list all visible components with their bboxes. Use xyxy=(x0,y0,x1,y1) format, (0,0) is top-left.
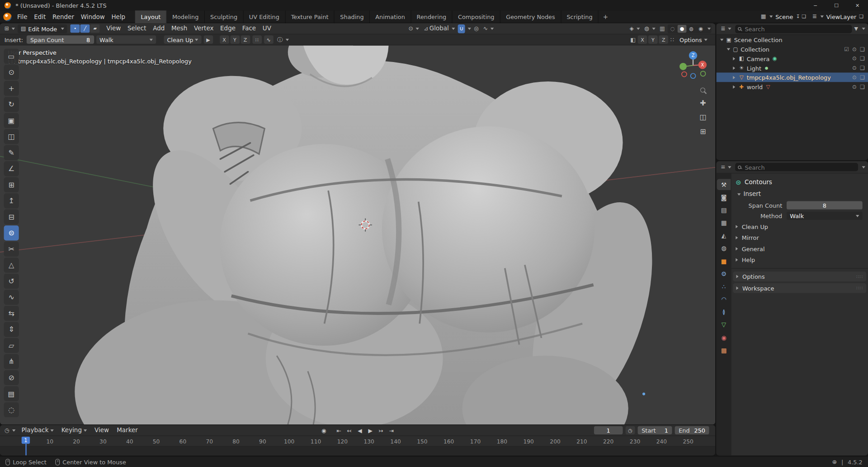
disable-render-icon[interactable]: ❑ xyxy=(860,65,864,71)
add-workspace-button[interactable]: + xyxy=(599,10,613,23)
outliner-row-collection[interactable]: ▢ Collection ☑ ⊙ ❑ xyxy=(716,44,868,54)
playback-menu[interactable]: Playback xyxy=(18,425,57,435)
play-button[interactable]: ▶ xyxy=(365,426,376,435)
chevron-right-icon[interactable] xyxy=(733,57,735,60)
blender-menu-icon[interactable] xyxy=(3,13,11,21)
properties-tab[interactable]: ▦ xyxy=(717,217,731,228)
hide-eye-icon[interactable]: ⊙ xyxy=(852,55,857,61)
menu-item[interactable]: Edge xyxy=(217,23,239,33)
new-viewlayer-icon[interactable]: ❏ xyxy=(859,14,863,19)
properties-tab[interactable]: ◍ xyxy=(717,243,731,253)
menu-item[interactable]: Mesh xyxy=(168,23,191,33)
falloff-options-button[interactable]: ∿ xyxy=(264,35,274,43)
filter-icon[interactable]: ▼ xyxy=(854,26,858,31)
help-info-button[interactable]: ⓘ xyxy=(275,35,290,44)
mode-selector[interactable]: ▧ Edit Mode xyxy=(18,24,67,33)
hide-eye-icon[interactable]: ⊙ xyxy=(852,65,857,71)
workspace-tab[interactable]: Layout xyxy=(135,10,166,23)
tool-button[interactable]: ∠ xyxy=(4,161,19,176)
contours-panel-header[interactable]: ⊜ Contours xyxy=(731,176,868,188)
collapsed-panel[interactable]: Options ∷∷ xyxy=(733,272,866,281)
hide-eye-icon[interactable]: ⊙ xyxy=(852,74,857,80)
collapsed-section[interactable]: Help xyxy=(731,254,868,265)
span-count-value-field[interactable]: 8 xyxy=(787,201,863,209)
properties-tab[interactable]: ▽ xyxy=(717,319,731,330)
tool-button[interactable]: + xyxy=(4,81,19,96)
edge-select-button[interactable]: ╱ xyxy=(80,24,90,33)
insert-section-header[interactable]: Insert xyxy=(731,188,868,200)
pan-hand-icon[interactable]: ✚ xyxy=(700,99,706,107)
properties-tab[interactable]: ◉ xyxy=(717,332,731,343)
viewport-canvas[interactable]: User Perspective (1) tmpcp4xa5lc.obj_Ret… xyxy=(0,45,715,424)
chevron-right-icon[interactable] xyxy=(733,76,735,79)
properties-tab[interactable]: ⚙ xyxy=(717,268,731,279)
menu-item[interactable]: Vertex xyxy=(191,23,217,33)
tool-button[interactable]: ↺ xyxy=(4,274,19,289)
workspace-tab[interactable]: Modeling xyxy=(167,10,205,23)
editor-type-button[interactable]: ◷ xyxy=(3,426,17,435)
outliner-search[interactable] xyxy=(736,24,852,33)
properties-tab[interactable]: ◭ xyxy=(717,230,731,241)
outliner-row-retopology-object[interactable]: ▽ tmpcp4xa5lc.obj_Retopology ⊙ ❑ xyxy=(716,72,868,82)
options-dropdown[interactable]: Options xyxy=(676,35,711,43)
collapsed-section[interactable]: General xyxy=(731,243,868,254)
tool-button[interactable]: ↻ xyxy=(4,97,19,112)
mirror-axis-button[interactable]: Z xyxy=(659,35,668,43)
pin-scene-icon[interactable]: ↧ xyxy=(796,14,800,19)
properties-tab[interactable]: ⚒ xyxy=(717,179,731,190)
exclude-checkbox-icon[interactable]: ☑ xyxy=(844,46,849,52)
properties-tab[interactable]: ∴ xyxy=(717,281,731,292)
chevron-down-icon[interactable] xyxy=(720,38,723,41)
snap-options-button[interactable]: ∷ xyxy=(252,35,262,43)
workspace-tab[interactable]: Shading xyxy=(335,10,370,23)
disable-render-icon[interactable]: ❑ xyxy=(860,84,864,90)
tool-button[interactable]: ⊜ xyxy=(4,225,19,240)
workspace-tab[interactable]: Animation xyxy=(370,10,411,23)
tool-button[interactable]: △ xyxy=(4,257,19,272)
chevron-right-icon[interactable] xyxy=(733,66,735,69)
disable-render-icon[interactable]: ❑ xyxy=(860,55,864,61)
outliner-row-scene-collection[interactable]: ▣ Scene Collection xyxy=(716,35,868,44)
properties-tab[interactable]: ▩ xyxy=(717,345,731,356)
face-select-button[interactable]: ▰ xyxy=(90,24,100,33)
tool-button[interactable]: ▭ xyxy=(4,49,19,64)
menu-item[interactable]: Window xyxy=(77,10,108,23)
playhead[interactable]: 1 xyxy=(22,437,30,456)
play-reverse-button[interactable]: ◀ xyxy=(354,426,365,435)
keying-menu[interactable]: Keying xyxy=(58,425,90,435)
frame-end-field[interactable]: End 250 xyxy=(675,426,709,434)
workspace-tab[interactable]: UV Editing xyxy=(244,10,286,23)
properties-tab[interactable]: ■ xyxy=(717,255,731,266)
tool-button[interactable]: ⇕ xyxy=(4,322,19,337)
menu-item[interactable]: Select xyxy=(124,23,150,33)
workspace-tab[interactable]: Scripting xyxy=(561,10,599,23)
scene-name[interactable]: Scene xyxy=(774,13,794,20)
properties-tab[interactable]: ◙ xyxy=(717,192,731,203)
workspace-tab[interactable]: Compositing xyxy=(453,10,500,23)
workspace-tab[interactable]: Rendering xyxy=(411,10,452,23)
axis-toggle-button[interactable]: X xyxy=(220,35,229,43)
properties-tab[interactable]: ▤ xyxy=(717,205,731,215)
method-dropdown[interactable]: Walk xyxy=(96,35,156,43)
snap-toggle-button[interactable]: ∪ xyxy=(458,24,465,33)
menu-item[interactable]: Face xyxy=(239,23,259,33)
tool-button[interactable]: ▱ xyxy=(4,338,19,353)
solid-shading-button[interactable]: ● xyxy=(678,24,687,32)
tool-button[interactable]: ✂ xyxy=(4,242,19,257)
tool-button[interactable]: ⊞ xyxy=(4,177,19,192)
mirror-icon[interactable]: ◧ xyxy=(630,37,636,42)
rendered-shading-button[interactable]: ◉ xyxy=(696,24,705,32)
camera-view-icon[interactable]: ◫ xyxy=(699,113,706,121)
menu-item[interactable]: Add xyxy=(150,23,168,33)
span-count-field[interactable]: Span Count 8 xyxy=(26,35,94,43)
editor-type-button[interactable]: ≡ xyxy=(719,162,733,172)
menu-item[interactable]: View xyxy=(103,23,124,33)
network-icon[interactable]: ⊕ xyxy=(832,459,837,464)
minimize-button[interactable]: ─ xyxy=(805,0,826,10)
xray-toggle-button[interactable]: ▥ xyxy=(658,24,666,33)
menu-item[interactable]: Render xyxy=(49,10,78,23)
mirror-axis-button[interactable]: X xyxy=(638,35,647,43)
tool-button[interactable]: ▤ xyxy=(4,386,19,401)
chevron-right-icon[interactable] xyxy=(733,85,735,88)
properties-search-input[interactable] xyxy=(744,163,855,171)
